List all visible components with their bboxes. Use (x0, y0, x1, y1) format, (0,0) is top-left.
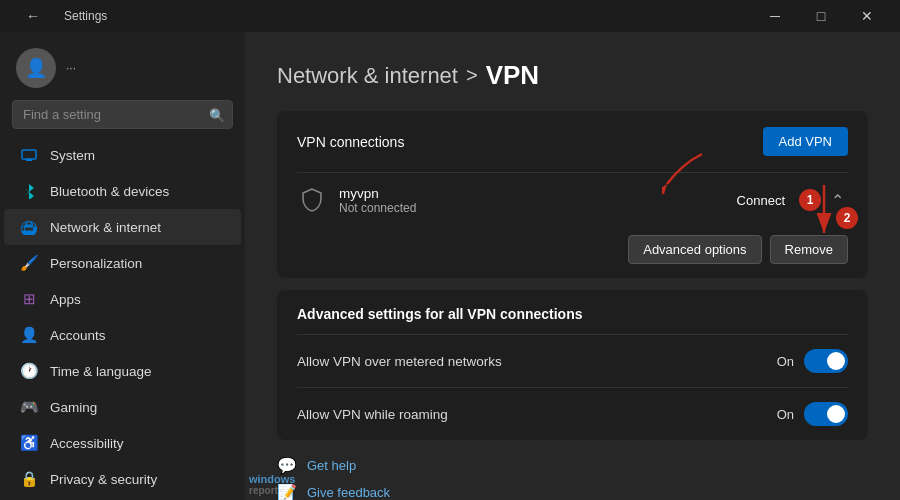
allow-roaming-right: On (777, 402, 848, 426)
give-feedback-label: Give feedback (307, 485, 390, 500)
bluetooth-icon (20, 182, 38, 200)
sidebar-item-label-system: System (50, 148, 95, 163)
sidebar-item-label-bluetooth: Bluetooth & devices (50, 184, 169, 199)
footer-links: 💬 Get help 📝 Give feedback (277, 456, 868, 500)
vpn-shield-icon (297, 185, 327, 215)
allow-roaming-state: On (777, 407, 794, 422)
sidebar-item-network[interactable]: Network & internet (4, 209, 241, 245)
maximize-button[interactable]: □ (798, 0, 844, 32)
accounts-icon: 👤 (20, 326, 38, 344)
sidebar-item-label-time: Time & language (50, 364, 152, 379)
connect-button[interactable]: Connect (729, 189, 793, 212)
svg-rect-0 (22, 150, 36, 159)
network-icon (20, 218, 38, 236)
options-row: Advanced options Remove 2 (277, 227, 868, 278)
sidebar-item-label-network: Network & internet (50, 220, 161, 235)
search-box: 🔍 (12, 100, 233, 129)
sidebar-item-label-personalization: Personalization (50, 256, 142, 271)
allow-metered-toggle[interactable] (804, 349, 848, 373)
titlebar-title: Settings (64, 9, 107, 23)
watermark-line1: windows (249, 473, 295, 485)
vpn-entry-myvpn: myvpn Not connected Connect 1 ⌃ (277, 173, 868, 227)
advanced-options-button[interactable]: Advanced options (628, 235, 761, 264)
svg-rect-1 (26, 159, 32, 161)
titlebar: ← Settings ─ □ ✕ (0, 0, 900, 32)
back-button[interactable]: ← (10, 0, 56, 32)
vpn-entry-right: Connect 1 ⌃ (729, 187, 848, 214)
breadcrumb-current: VPN (486, 60, 539, 91)
allow-metered-row: Allow VPN over metered networks On (277, 335, 868, 387)
close-button[interactable]: ✕ (844, 0, 890, 32)
sidebar-item-label-accounts: Accounts (50, 328, 106, 343)
sidebar-profile: 👤 ··· (0, 40, 245, 100)
badge-1: 1 (799, 189, 821, 211)
sidebar-item-label-privacy: Privacy & security (50, 472, 157, 487)
gaming-icon: 🎮 (20, 398, 38, 416)
allow-roaming-row: Allow VPN while roaming On (277, 388, 868, 440)
time-icon: 🕐 (20, 362, 38, 380)
breadcrumb-sep: > (466, 64, 478, 87)
give-feedback-link[interactable]: 📝 Give feedback (277, 483, 868, 500)
sidebar-item-personalization[interactable]: 🖌️ Personalization (4, 245, 241, 281)
toggle-knob-2 (827, 405, 845, 423)
vpn-connections-label: VPN connections (297, 134, 404, 150)
watermark: windows report (249, 473, 295, 496)
sidebar-item-privacy[interactable]: 🔒 Privacy & security (4, 461, 241, 497)
search-icon[interactable]: 🔍 (209, 107, 225, 122)
accessibility-icon: ♿ (20, 434, 38, 452)
privacy-icon: 🔒 (20, 470, 38, 488)
profile-text: ··· (66, 61, 76, 75)
vpn-status: Not connected (339, 201, 416, 215)
avatar: 👤 (16, 48, 56, 88)
allow-metered-right: On (777, 349, 848, 373)
search-input[interactable] (12, 100, 233, 129)
vpn-entry-left: myvpn Not connected (297, 185, 416, 215)
badge-2: 2 (836, 207, 858, 229)
add-vpn-button[interactable]: Add VPN (763, 127, 848, 156)
remove-button[interactable]: Remove (770, 235, 848, 264)
app-body: 👤 ··· 🔍 System Bluetooth & devices N (0, 32, 900, 500)
remove-container: Remove 2 (770, 235, 848, 264)
advanced-settings-title: Advanced settings for all VPN connection… (277, 290, 868, 334)
allow-roaming-label: Allow VPN while roaming (297, 407, 448, 422)
watermark-line2: report (249, 485, 295, 496)
sidebar-item-accessibility[interactable]: ♿ Accessibility (4, 425, 241, 461)
titlebar-controls: ─ □ ✕ (752, 0, 890, 32)
get-help-link[interactable]: 💬 Get help (277, 456, 868, 475)
main-content: Network & internet > VPN VPN connections… (245, 32, 900, 500)
vpn-connections-card: VPN connections Add VPN myvpn Not connec… (277, 111, 868, 278)
sidebar-item-label-accessibility: Accessibility (50, 436, 124, 451)
breadcrumb: Network & internet > VPN (277, 60, 868, 91)
sidebar-item-time[interactable]: 🕐 Time & language (4, 353, 241, 389)
vpn-connections-header: VPN connections Add VPN (277, 111, 868, 172)
personalization-icon: 🖌️ (20, 254, 38, 272)
sidebar-item-gaming[interactable]: 🎮 Gaming (4, 389, 241, 425)
sidebar-item-system[interactable]: System (4, 137, 241, 173)
breadcrumb-parent: Network & internet (277, 63, 458, 89)
sidebar-item-accounts[interactable]: 👤 Accounts (4, 317, 241, 353)
badge-2-annotation: 2 (836, 207, 858, 229)
vpn-name: myvpn (339, 186, 416, 201)
advanced-settings-card: Advanced settings for all VPN connection… (277, 290, 868, 440)
sidebar-item-bluetooth[interactable]: Bluetooth & devices (4, 173, 241, 209)
titlebar-left: ← Settings (10, 0, 107, 32)
vpn-info: myvpn Not connected (339, 186, 416, 215)
toggle-knob-1 (827, 352, 845, 370)
allow-roaming-toggle[interactable] (804, 402, 848, 426)
get-help-label: Get help (307, 458, 356, 473)
apps-icon: ⊞ (20, 290, 38, 308)
minimize-button[interactable]: ─ (752, 0, 798, 32)
allow-metered-label: Allow VPN over metered networks (297, 354, 502, 369)
badge-1-container: 1 (799, 189, 821, 211)
allow-metered-state: On (777, 354, 794, 369)
sidebar: 👤 ··· 🔍 System Bluetooth & devices N (0, 32, 245, 500)
system-icon (20, 146, 38, 164)
sidebar-item-apps[interactable]: ⊞ Apps (4, 281, 241, 317)
sidebar-item-label-apps: Apps (50, 292, 81, 307)
sidebar-item-label-gaming: Gaming (50, 400, 97, 415)
